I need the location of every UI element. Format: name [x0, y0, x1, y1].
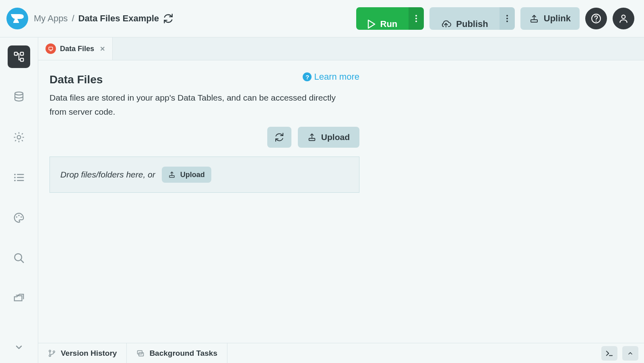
- svg-rect-11: [21, 52, 24, 56]
- svg-point-9: [622, 15, 625, 19]
- tab-data-files[interactable]: Data Files ✕: [38, 37, 113, 60]
- tab-bar: Data Files ✕: [38, 37, 644, 60]
- svg-point-0: [415, 15, 417, 16]
- sidebar-item-folders[interactable]: [8, 287, 30, 309]
- svg-point-5: [506, 21, 508, 22]
- panel-title: Data Files: [50, 73, 103, 86]
- publish-more-button[interactable]: [500, 7, 515, 30]
- dropzone[interactable]: Drop files/folders here, or Upload: [50, 157, 359, 193]
- list-icon: [13, 171, 25, 184]
- panel-toolbar: Upload: [50, 127, 359, 148]
- svg-point-3: [506, 15, 508, 16]
- breadcrumb: My Apps / Data Files Example: [34, 13, 173, 24]
- refresh-button[interactable]: [267, 127, 291, 148]
- learn-more-label: Learn more: [314, 72, 359, 82]
- refresh-icon: [275, 132, 284, 142]
- sidebar-item-settings[interactable]: [8, 126, 30, 148]
- svg-point-22: [18, 215, 19, 216]
- account-button[interactable]: [613, 8, 634, 29]
- chevron-down-icon: [14, 342, 24, 352]
- more-vertical-icon: [506, 14, 508, 23]
- console-button[interactable]: [601, 346, 617, 361]
- data-files-panel: Data Files ? Learn more Data files are s…: [50, 72, 359, 193]
- sidebar-item-app-browser[interactable]: [8, 45, 30, 68]
- background-tasks-label: Background Tasks: [149, 349, 217, 358]
- breadcrumb-root[interactable]: My Apps: [34, 13, 68, 24]
- main-panel: Data Files ? Learn more Data files are s…: [38, 60, 644, 363]
- uplink-icon: [529, 14, 539, 23]
- panel-description: Data files are stored in your app's Data…: [50, 91, 343, 119]
- sidebar-collapse[interactable]: [8, 336, 30, 359]
- sidebar-item-theme[interactable]: [8, 206, 30, 229]
- search-icon: [13, 252, 25, 264]
- cloud-upload-icon: [441, 20, 451, 29]
- breadcrumb-separator: /: [72, 13, 74, 24]
- publish-button-group: Publish: [429, 7, 514, 30]
- sidebar-item-logs[interactable]: [8, 166, 30, 189]
- uplink-button[interactable]: Uplink: [520, 7, 580, 30]
- svg-line-25: [21, 260, 24, 263]
- breadcrumb-current: Data Files Example: [78, 13, 159, 24]
- uplink-label: Uplink: [544, 13, 571, 24]
- version-history-label: Version History: [61, 349, 117, 358]
- upload-button[interactable]: Upload: [298, 127, 359, 148]
- sidebar-item-database[interactable]: [8, 86, 30, 108]
- svg-point-1: [415, 18, 417, 19]
- sync-icon[interactable]: [163, 13, 173, 24]
- top-bar: My Apps / Data Files Example Run Publish: [0, 0, 644, 37]
- help-icon: [591, 13, 601, 24]
- terminal-icon: [605, 350, 614, 357]
- svg-point-2: [415, 21, 417, 22]
- dropzone-upload-label: Upload: [180, 171, 205, 179]
- svg-point-21: [16, 217, 17, 218]
- body: Data Files ✕ Data Files ? Learn more Dat…: [0, 37, 644, 363]
- svg-point-19: [14, 180, 16, 182]
- sidebar-item-search[interactable]: [8, 247, 30, 269]
- bottom-tab-background-tasks[interactable]: Background Tasks: [127, 343, 227, 363]
- sidebar: [0, 37, 38, 363]
- publish-label: Publish: [456, 19, 488, 29]
- close-icon[interactable]: ✕: [100, 45, 105, 53]
- upload-icon: [168, 171, 175, 178]
- layers-icon: [136, 349, 144, 357]
- chevron-up-icon: [626, 350, 634, 357]
- play-icon: [367, 20, 376, 29]
- anvil-logo[interactable]: [6, 8, 28, 29]
- upload-label: Upload: [321, 132, 350, 142]
- svg-point-13: [15, 92, 23, 95]
- user-icon: [618, 13, 629, 24]
- question-icon: ?: [303, 72, 312, 81]
- svg-rect-12: [21, 58, 24, 62]
- folders-icon: [13, 292, 25, 304]
- learn-more-link[interactable]: ? Learn more: [303, 72, 359, 82]
- git-branch-icon: [48, 349, 56, 357]
- svg-rect-10: [14, 52, 18, 56]
- run-label: Run: [380, 19, 398, 29]
- bottom-tab-version-history[interactable]: Version History: [38, 343, 127, 363]
- run-button-group: Run: [356, 7, 424, 30]
- tab-label: Data Files: [60, 45, 94, 53]
- more-vertical-icon: [415, 14, 417, 23]
- upload-icon: [308, 133, 316, 142]
- expand-button[interactable]: [622, 346, 638, 361]
- run-more-button[interactable]: [409, 7, 424, 30]
- gear-icon: [13, 131, 25, 143]
- svg-point-15: [14, 174, 16, 175]
- svg-point-8: [596, 21, 597, 22]
- dropzone-hint: Drop files/folders here, or: [60, 170, 155, 179]
- palette-icon: [13, 212, 25, 224]
- bottom-bar: Version History Background Tasks: [38, 343, 644, 363]
- svg-rect-26: [49, 47, 52, 50]
- help-button[interactable]: [585, 8, 607, 29]
- data-files-tab-icon: [45, 43, 56, 54]
- publish-button[interactable]: Publish: [429, 7, 499, 30]
- database-icon: [13, 91, 25, 103]
- tree-icon: [13, 51, 25, 63]
- run-button[interactable]: Run: [356, 7, 409, 30]
- svg-point-14: [17, 136, 21, 139]
- content: Data Files ✕ Data Files ? Learn more Dat…: [38, 37, 644, 363]
- svg-point-17: [14, 177, 16, 178]
- dropzone-upload-button[interactable]: Upload: [162, 167, 211, 183]
- svg-point-4: [506, 18, 508, 19]
- anvil-icon: [11, 14, 24, 23]
